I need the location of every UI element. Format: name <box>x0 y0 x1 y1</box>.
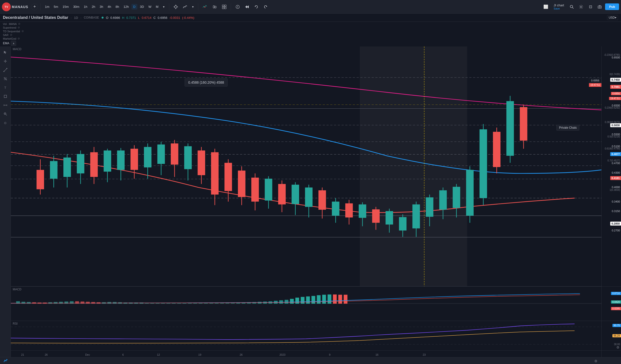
measure-tool[interactable] <box>1 101 9 109</box>
price-axis[interactable]: -0.236(0.8795) 0.8500 0(0.7439) 0.7450 0… <box>602 47 621 286</box>
trendline-tool[interactable] <box>1 66 9 74</box>
marketgod-row: MarketGod ⊘ <box>3 37 618 40</box>
td-sequential-row: TD Sequential ⊘ <box>3 30 618 33</box>
alert-btn[interactable] <box>234 4 242 10</box>
price-3400: 0.3400 <box>612 200 620 203</box>
tf-12h[interactable]: 12h <box>122 4 131 10</box>
alert-icon <box>236 5 240 9</box>
low-label: L <box>138 16 140 19</box>
fib-tool[interactable] <box>1 75 9 83</box>
close-label: C <box>154 16 156 19</box>
svg-rect-109 <box>413 204 420 229</box>
text-tool[interactable]: T <box>1 84 9 91</box>
indicator-btn[interactable] <box>201 4 210 10</box>
add-chart-button[interactable]: + <box>31 3 38 10</box>
svg-rect-105 <box>385 211 393 225</box>
svg-rect-180 <box>301 297 305 304</box>
cursor-tool[interactable] <box>1 49 9 56</box>
svg-point-0 <box>174 6 177 8</box>
tf-15m[interactable]: 15m <box>61 4 70 10</box>
vol-eye-icon[interactable]: ⊘ <box>18 22 20 25</box>
rsi-chart[interactable]: RSI <box>11 321 602 350</box>
open-value: 0.6986 <box>110 16 120 19</box>
layout-icon[interactable]: ⊡ <box>586 3 594 11</box>
screener-btn[interactable] <box>220 4 228 10</box>
tf-1h[interactable]: 1h <box>82 4 89 10</box>
tf-4h[interactable]: 4h <box>106 4 113 10</box>
tf-dropdown[interactable]: ▾ <box>161 4 166 10</box>
rewind-btn[interactable] <box>243 4 251 10</box>
tf-3D[interactable]: 3D <box>138 4 146 10</box>
rsi-label: RSI <box>13 322 18 325</box>
svg-point-26 <box>6 68 7 69</box>
shape-tool[interactable] <box>1 92 9 100</box>
svg-rect-73 <box>171 143 178 164</box>
redo-btn[interactable] <box>261 4 270 10</box>
jl-chart-button[interactable]: JI chart Save <box>551 3 567 11</box>
svg-point-25 <box>3 71 4 72</box>
svg-marker-15 <box>245 5 247 8</box>
private-chats-button[interactable]: Private Chats <box>556 125 579 131</box>
tf-1m[interactable]: 1m <box>43 4 51 10</box>
svg-rect-128 <box>21 302 25 304</box>
tf-D[interactable]: D <box>131 4 137 10</box>
tf-3h[interactable]: 3h <box>98 4 105 10</box>
svg-rect-11 <box>224 7 226 9</box>
svg-point-19 <box>570 5 573 8</box>
magnet-tool[interactable]: ⊙ <box>1 119 9 127</box>
bottom-gear-icon[interactable]: ⚙ <box>594 359 598 363</box>
macd-row: MACD <box>11 287 621 321</box>
publish-button[interactable]: Pub <box>605 3 619 10</box>
tf-5m[interactable]: 5m <box>52 4 60 10</box>
svg-rect-8 <box>222 5 224 7</box>
logo-button[interactable]: TV <box>2 2 11 11</box>
symbol-name[interactable]: Decentraland / United States Dollar <box>3 16 68 20</box>
sar-eye[interactable]: ⊘ <box>10 33 12 36</box>
svg-rect-183 <box>317 295 320 304</box>
indicators-bar: Vol · MANA ⊘ Supertrend ⊘ TD Sequential … <box>0 22 621 47</box>
sar-row: SAR ⊘ <box>3 33 618 36</box>
supertrend-row: Supertrend ⊘ <box>3 26 618 29</box>
search-icon[interactable] <box>568 3 576 11</box>
macd-svg <box>11 287 602 321</box>
settings-icon[interactable] <box>577 3 585 11</box>
crosshair-btn[interactable] <box>172 4 180 10</box>
interval-value: 1D <box>74 16 78 19</box>
main-chart[interactable]: 0.4588 (160.20%) 4588 Private Chats 0.69… <box>11 47 602 286</box>
svg-rect-136 <box>64 302 68 304</box>
fullscreen-icon[interactable]: ⬜ <box>542 3 550 11</box>
marketgod-eye[interactable]: ⊘ <box>18 37 20 40</box>
chart-time-display: 19:47:51 <box>590 84 600 86</box>
tf-M[interactable]: M <box>154 4 160 10</box>
td-eye[interactable]: ⊘ <box>21 30 24 33</box>
tf-W[interactable]: W <box>147 4 153 10</box>
symbol-bar: Decentraland / United States Dollar · 1D… <box>0 14 621 22</box>
date-26b: 26 <box>240 353 242 356</box>
camera-icon[interactable] <box>596 3 604 11</box>
chart-type-dropdown[interactable]: ▾ <box>190 4 196 10</box>
tradingview-logo[interactable] <box>3 358 8 364</box>
svg-line-36 <box>6 115 7 116</box>
ema-collapse-btn[interactable]: ∧ <box>11 41 16 46</box>
settings-gear-icon[interactable]: ⚙ <box>616 346 620 349</box>
main-chart-svg <box>11 47 602 286</box>
svg-rect-65 <box>117 150 125 170</box>
strategy-btn[interactable] <box>211 4 219 10</box>
tf-30m[interactable]: 30m <box>71 4 81 10</box>
undo-btn[interactable] <box>252 4 260 10</box>
chart-type-line-btn[interactable] <box>181 4 189 10</box>
svg-rect-101 <box>359 204 366 218</box>
tf-2h[interactable]: 2h <box>90 4 97 10</box>
crosshair-tool[interactable]: ✛ <box>1 57 9 65</box>
private-chats-label: Private Chats <box>559 126 577 129</box>
interval-badge: · <box>71 16 72 19</box>
zoom-tool[interactable] <box>1 110 9 118</box>
price-4000: 0.4000 <box>612 186 620 189</box>
tf-8h[interactable]: 8h <box>114 4 121 10</box>
supertrend-eye[interactable]: ⊘ <box>18 26 20 29</box>
svg-rect-77 <box>198 150 205 175</box>
currency-label[interactable]: USD▾ <box>607 15 618 20</box>
logo-icon: TV <box>4 5 8 8</box>
chart-container: Decentraland / United States Dollar · 1D… <box>0 14 621 364</box>
macd-chart[interactable]: MACD <box>11 287 602 321</box>
